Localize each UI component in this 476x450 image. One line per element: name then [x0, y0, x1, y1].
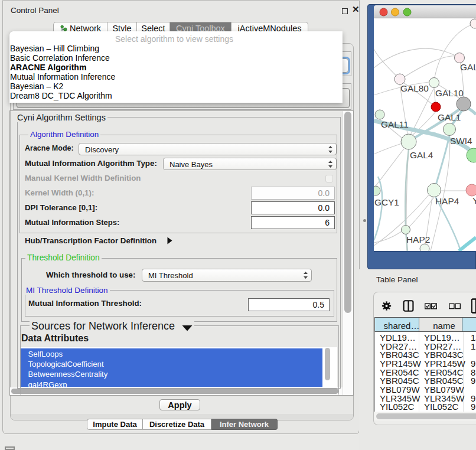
svg-text:GAL10: GAL10	[435, 88, 464, 98]
svg-text:Y: Y	[472, 195, 476, 206]
svg-text:GAL1: GAL1	[438, 112, 461, 122]
svg-text:GCY1: GCY1	[374, 197, 399, 207]
svg-text:HAP4: HAP4	[435, 196, 459, 206]
svg-text:GAL4: GAL4	[410, 150, 433, 160]
svg-text:GAL11: GAL11	[381, 119, 409, 129]
svg-text:GAL: GAL	[460, 62, 476, 72]
svg-text:HAP2: HAP2	[406, 234, 430, 244]
svg-text:SWI4: SWI4	[450, 136, 472, 146]
svg-text:GAL80: GAL80	[400, 83, 429, 93]
